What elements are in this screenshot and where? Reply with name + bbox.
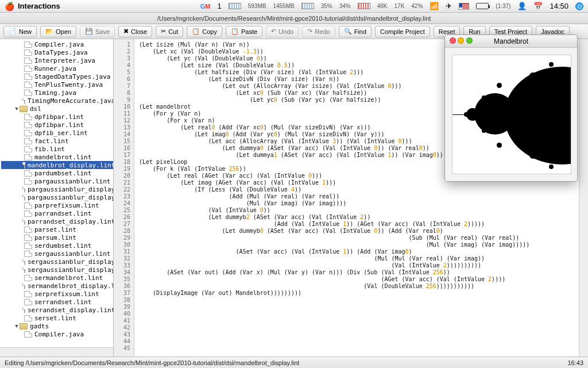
file-tree-item[interactable]: parsum.lint — [1, 233, 113, 241]
file-tree-item[interactable]: pargaussianblur_display. — [1, 185, 113, 193]
new-button[interactable]: 📄New — [3, 26, 37, 37]
file-tree-item[interactable]: parrandset_display.lint — [1, 217, 113, 225]
file-tree-item[interactable]: DataTypes.java — [1, 48, 113, 56]
spotlight-icon[interactable] — [575, 2, 583, 10]
file-tree-item[interactable]: serdumbset.lint — [1, 241, 113, 250]
file-tree-item[interactable]: serrandset.lint — [1, 298, 113, 306]
wifi-icon[interactable]: 📶 — [430, 2, 439, 10]
file-label: sergaussianblur_display. — [28, 258, 114, 266]
copy-button[interactable]: 📋Copy — [187, 26, 222, 37]
file-tree-item-selected[interactable]: mandelbrot_display.lint — [1, 161, 113, 169]
line-number: 39 — [114, 304, 134, 310]
cut-button[interactable]: ✂Cut — [156, 26, 183, 37]
file-tree-item[interactable]: pardumbset.lint — [1, 169, 113, 177]
file-tree-item[interactable]: TenPlusTwenty.java — [1, 80, 113, 89]
file-tree[interactable]: Compiler.javaDataTypes.javaInterpreter.j… — [0, 39, 114, 356]
line-number: 34 — [114, 269, 134, 276]
open-button[interactable]: 📂Open — [40, 26, 76, 37]
file-tree-item[interactable]: dpfibpar.lint — [1, 113, 113, 121]
save-button[interactable]: 💾Save — [80, 26, 115, 37]
file-icon — [24, 74, 32, 80]
file-tree-item[interactable]: mandelbrot.lint — [1, 153, 113, 161]
file-label: parrandset.lint — [34, 210, 91, 217]
mandelbrot-window[interactable]: Mandelbrot — [444, 34, 578, 182]
file-icon — [24, 170, 32, 177]
window-controls[interactable] — [450, 37, 473, 45]
save-icon: 💾 — [85, 28, 93, 35]
macos-menubar: 🍎 Interactions GM 1 593MB 1455MB 35% 34%… — [0, 0, 588, 13]
file-tree-item[interactable]: sermandelbrot.lint — [1, 274, 113, 282]
file-tree-item[interactable]: pargaussianblur_display_. — [1, 193, 113, 201]
wifi-pct: 42% — [411, 3, 423, 9]
line-number: 37 — [114, 290, 134, 297]
file-tree-item[interactable]: Compiler.java — [1, 40, 113, 48]
editor-scrollbar[interactable] — [579, 39, 588, 356]
window-minimize-icon[interactable] — [458, 37, 464, 44]
paste-button[interactable]: 📋Paste — [226, 26, 262, 37]
cpu-2: 34% — [339, 3, 351, 9]
file-tree-item[interactable]: pargaussianblur.lint — [1, 177, 113, 185]
line-number: 10 — [114, 103, 134, 110]
date-icon[interactable]: 📅 — [533, 2, 543, 10]
file-label: dpfibpar.lint — [34, 113, 84, 121]
file-tree-item[interactable]: fib.lint — [1, 145, 113, 153]
file-tree-item[interactable]: dpfibpar.lint — [1, 121, 113, 129]
file-tree-item[interactable]: sermandelbrot_display.li — [1, 282, 113, 290]
file-tree-item[interactable]: Runner.java — [1, 64, 113, 72]
file-tree-item[interactable]: Timing.java — [1, 89, 113, 97]
line-number: 45 — [114, 345, 134, 352]
window-titlebar[interactable]: Mandelbrot — [445, 35, 577, 48]
undo-icon: ↶ — [271, 28, 276, 35]
file-tree-item[interactable]: Compiler.java — [1, 330, 113, 338]
file-label: parprefixsum.lint — [34, 202, 99, 209]
app-title[interactable]: Interactions — [18, 2, 60, 10]
file-tree-item[interactable]: dpfib_ser.lint — [1, 129, 113, 137]
clock[interactable]: 14:50 — [550, 2, 568, 10]
file-tree-item[interactable]: parset.lint — [1, 225, 113, 233]
disclosure-triangle-icon[interactable]: ▼ — [14, 323, 20, 329]
file-tree-item[interactable]: sergaussianblur_display. — [1, 258, 113, 266]
file-tree-item[interactable]: parrandset.lint — [1, 209, 113, 217]
file-tree-item[interactable]: TimingMoreAccurate.java — [1, 97, 113, 105]
file-tree-item[interactable]: Interpreter.java — [1, 56, 113, 64]
file-tree-item[interactable]: serset.lint — [1, 314, 113, 322]
file-label: dpfibpar.lint — [34, 121, 84, 129]
file-tree-item[interactable]: sergaussianblur_display_. — [1, 266, 113, 274]
file-label: Runner.java — [34, 65, 76, 72]
gmail-icon[interactable]: GM — [200, 3, 211, 10]
file-tree-item[interactable]: serprefixsum.lint — [1, 290, 113, 298]
apple-menu-icon[interactable]: 🍎 — [5, 2, 14, 11]
user-icon[interactable]: 👤 — [517, 2, 527, 10]
file-tree-item[interactable]: serrandset_display.lint — [1, 306, 113, 314]
find-button[interactable]: 🔍Find — [339, 26, 372, 37]
new-icon: 📄 — [9, 28, 17, 35]
line-number: 43 — [114, 331, 134, 338]
line-number: 14 — [114, 131, 134, 138]
input-source-icon[interactable] — [459, 3, 469, 10]
file-label: fact.lint — [34, 137, 69, 145]
line-number: 30 — [114, 241, 134, 248]
line-number: 12 — [114, 117, 134, 124]
file-tree-item[interactable]: StagedDataTypes.java — [1, 72, 113, 80]
window-zoom-icon[interactable] — [466, 37, 473, 44]
file-icon — [24, 194, 25, 201]
line-number: 44 — [114, 338, 134, 345]
line-number: 13 — [114, 124, 134, 131]
airplane-icon[interactable]: ✈︎ — [446, 2, 452, 10]
undo-button[interactable]: ↶Undo — [266, 26, 299, 37]
folder-label: dsl — [30, 105, 41, 113]
file-tree-item[interactable]: ▼gadts — [1, 322, 113, 330]
compile-button[interactable]: Compile Project — [375, 26, 430, 37]
redo-button[interactable]: ↷Redo — [302, 26, 335, 37]
battery-icon[interactable] — [476, 3, 489, 9]
file-tree-item[interactable]: fact.lint — [1, 137, 113, 145]
close-button[interactable]: ✖Close — [118, 26, 152, 37]
file-tree-item[interactable]: parprefixsum.lint — [1, 201, 113, 209]
file-tree-item[interactable]: ▼dsl — [1, 105, 113, 113]
sidebar-scrollbar[interactable] — [0, 347, 113, 356]
line-number: 21 — [114, 179, 134, 186]
window-close-icon[interactable] — [450, 37, 456, 44]
file-tree-item[interactable]: sergaussianblur.lint — [1, 250, 113, 258]
file-icon — [24, 307, 25, 313]
disclosure-triangle-icon[interactable]: ▼ — [14, 106, 20, 112]
